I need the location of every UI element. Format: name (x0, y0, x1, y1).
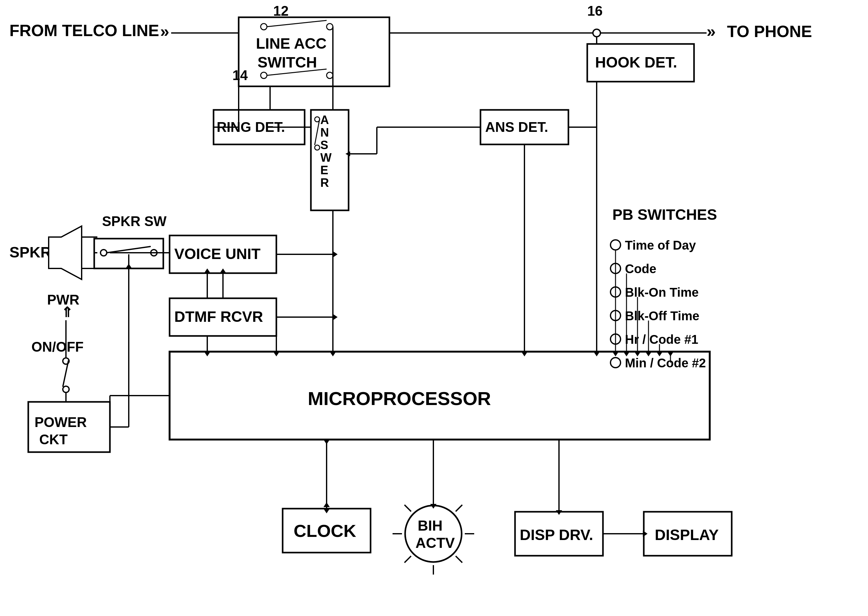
pb-hr-code-label: Hr / Code #1 (625, 333, 698, 346)
power-ckt-label2: CKT (39, 432, 68, 447)
microprocessor-label: MICROPROCESSOR (308, 388, 491, 409)
disp-drv-label: DISP DRV. (520, 526, 593, 543)
node12-label: 12 (273, 3, 289, 19)
svg-text:⇑: ⇑ (61, 305, 73, 320)
spkr-sw-label: SPKR SW (102, 214, 167, 229)
node14-label: 14 (233, 68, 248, 83)
svg-text:E: E (320, 163, 328, 177)
svg-point-6 (261, 72, 267, 79)
pb-code-label: Code (625, 262, 656, 276)
power-ckt-label1: POWER (35, 415, 86, 430)
svg-point-7 (327, 72, 333, 79)
line-acc-switch-label1: LINE ACC (256, 35, 327, 52)
svg-point-37 (101, 250, 107, 256)
svg-text:R: R (320, 176, 329, 189)
bih-label: BIH (418, 517, 442, 534)
ans-det-label: ANS DET. (485, 119, 548, 135)
svg-text:»: » (707, 22, 716, 41)
bih-actv-circle (405, 506, 462, 562)
display-label: DISPLAY (655, 526, 719, 543)
svg-text:S: S (320, 138, 328, 152)
voice-unit-label: VOICE UNIT (174, 245, 261, 262)
svg-point-3 (261, 24, 267, 30)
node16-label: 16 (587, 3, 603, 19)
to-phone-label: TO PHONE (727, 22, 812, 41)
pb-blk-off-label: Blk-Off Time (625, 309, 699, 323)
hook-det-label: HOOK DET. (595, 54, 677, 71)
spkr-label: SPKR (9, 244, 51, 261)
pb-time-of-day-circle[interactable] (610, 240, 621, 250)
pb-min-code-circle[interactable] (610, 358, 621, 368)
svg-point-51 (63, 386, 69, 393)
svg-point-10 (593, 29, 601, 37)
pb-switches-label: PB SWITCHES (612, 206, 717, 223)
svg-text:W: W (320, 151, 332, 164)
actv-label: ACTV (415, 535, 455, 551)
from-telco-label: FROM TELCO LINE (9, 21, 159, 39)
pb-min-code-label: Min / Code #2 (625, 356, 706, 370)
clock-label: CLOCK (294, 521, 356, 541)
pb-time-of-day-label: Time of Day (625, 238, 696, 252)
pb-blk-on-label: Blk-On Time (625, 285, 699, 299)
svg-point-29 (314, 145, 320, 150)
svg-text:N: N (320, 126, 329, 139)
dtmf-rcvr-label: DTMF RCVR (174, 308, 263, 325)
line-acc-switch-label2: SWITCH (258, 54, 317, 71)
svg-text:»: » (160, 22, 169, 41)
on-off-label: ON/OFF (31, 339, 83, 355)
svg-point-4 (327, 24, 333, 30)
svg-text:A: A (320, 113, 329, 127)
